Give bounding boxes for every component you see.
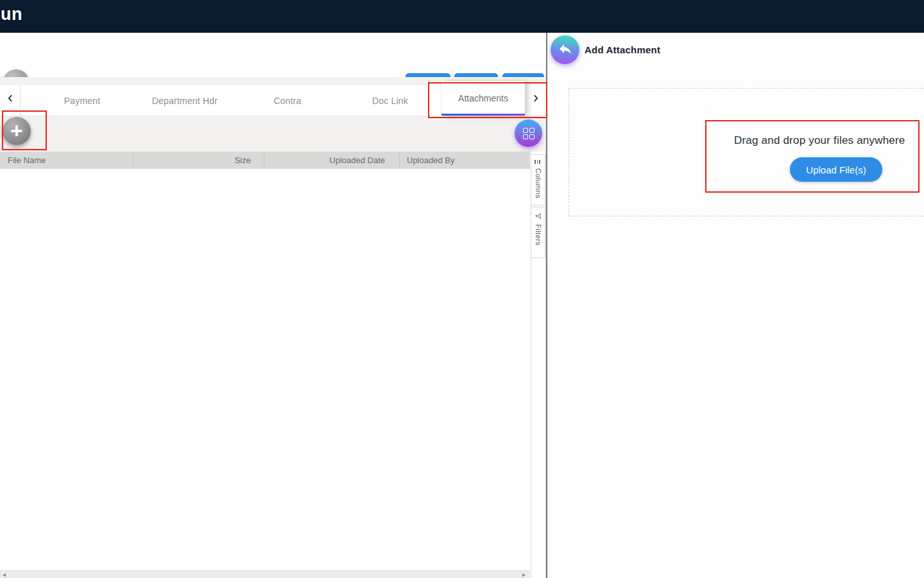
scroll-right-icon[interactable]: ▸ xyxy=(522,571,526,578)
tab-attachments[interactable]: Attachments xyxy=(441,81,525,116)
filters-label: Filters xyxy=(535,224,542,245)
table-body xyxy=(0,169,530,570)
tab-bar-divider xyxy=(20,85,21,116)
grid-view-icon xyxy=(523,128,535,139)
upload-files-button[interactable]: Upload File(s) xyxy=(790,157,882,182)
file-dropzone[interactable] xyxy=(569,88,924,216)
filter-icon xyxy=(535,213,542,220)
table-header: File Name Size Uploaded Date Uploaded By xyxy=(0,152,530,169)
page-header: Edit Purchase Order RESET FINAL SAVE xyxy=(0,33,547,77)
column-divider xyxy=(264,153,264,168)
tabs-scroll-left-button[interactable] xyxy=(2,91,19,107)
dropzone-text: Drag and drop your files anywhere xyxy=(734,134,905,147)
columns-icon xyxy=(535,160,542,164)
columns-label: Columns xyxy=(535,168,542,198)
chevron-left-icon xyxy=(6,94,15,105)
add-attachment-row-button[interactable]: + xyxy=(3,117,31,145)
column-header-uploaded-by[interactable]: Uploaded By xyxy=(407,152,454,169)
plus-icon: + xyxy=(10,118,23,143)
tab-bar: Payment Department Hdr Contra Doc Link A… xyxy=(0,77,547,116)
attachment-panel-title: Add Attachment xyxy=(585,44,660,55)
horizontal-scrollbar[interactable]: ◂ ▸ xyxy=(0,570,530,578)
columns-rail-button[interactable]: Columns xyxy=(531,154,545,206)
top-nav-bar: un xyxy=(0,0,924,33)
tab-attachments-label: Attachments xyxy=(458,93,508,103)
tabs-scroll-right-button[interactable] xyxy=(527,91,544,107)
tab-payment[interactable]: Payment xyxy=(31,85,133,116)
tab-department-hdr[interactable]: Department Hdr xyxy=(133,85,236,116)
column-header-uploaded-date[interactable]: Uploaded Date xyxy=(264,152,393,169)
column-header-size[interactable]: Size xyxy=(133,152,257,169)
chevron-right-icon xyxy=(531,94,540,105)
attachments-toolbar: Rows 10 ▼ |‹ ‹ page 1 of 1 › ›| xyxy=(0,116,547,152)
tab-doc-link[interactable]: Doc Link xyxy=(339,85,441,116)
attachment-back-button[interactable] xyxy=(551,35,579,64)
scroll-left-icon[interactable]: ◂ xyxy=(3,571,6,578)
column-divider xyxy=(399,153,400,168)
screen: un Edit Purchase Order RESET FINAL SAVE … xyxy=(0,0,924,578)
active-tab-underline xyxy=(441,114,525,116)
back-arrow-icon xyxy=(558,41,573,59)
grid-view-button[interactable] xyxy=(515,119,542,147)
column-header-file-name[interactable]: File Name xyxy=(8,152,46,169)
filters-rail-button[interactable]: Filters xyxy=(531,207,545,258)
column-divider xyxy=(133,153,133,168)
app-logo[interactable]: un xyxy=(1,4,22,24)
tab-contra[interactable]: Contra xyxy=(236,85,339,116)
